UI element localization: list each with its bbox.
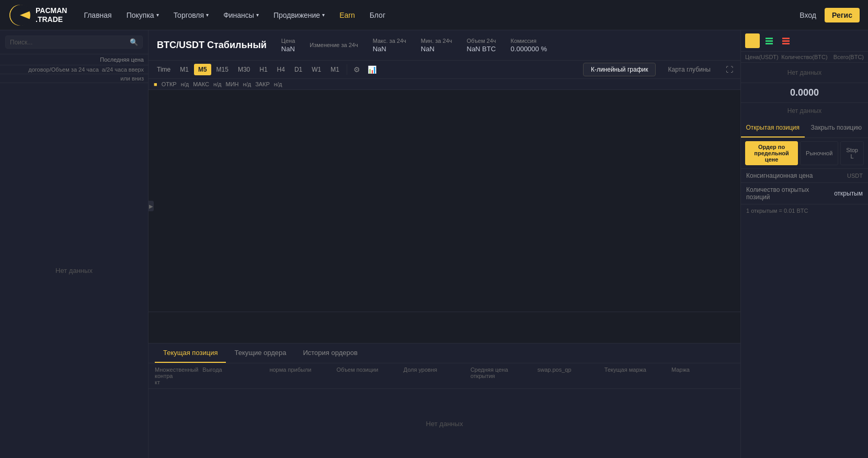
indicator-icon[interactable]: 📊 xyxy=(364,63,380,76)
ob-view-red[interactable] xyxy=(779,33,793,48)
chart-type-depth[interactable]: Карта глубины xyxy=(660,63,718,76)
quantity-row: Количество открытых позиций открытым xyxy=(741,183,868,204)
chart-ohlc: ■ ОТКР н/д МАКС н/д МИН н/д ЗАКР н/д xyxy=(149,79,740,90)
min-label: МИН xyxy=(226,81,239,87)
chart-toolbar: Time M1 M5 M15 M30 H1 H4 D1 W1 M1 ⚙ 📊 К-… xyxy=(149,61,740,79)
quantity-value: открытым xyxy=(834,190,863,197)
quantity-label: Количество открытых позиций xyxy=(746,186,834,201)
login-button[interactable]: Вход xyxy=(800,11,816,19)
col-change-label: а/24 часа вверх xyxy=(102,66,144,73)
ob-col-headers: Цена(USDT) Количество(BTC) Всего(BTC) xyxy=(741,52,868,63)
col-position-vol: Объем позиции xyxy=(336,367,399,385)
col-exit: Выгода xyxy=(202,367,265,385)
ohlc-square-icon: ■ xyxy=(154,81,157,87)
ob-yellow-icon xyxy=(748,37,757,45)
tab-current-position[interactable]: Текущая позиция xyxy=(155,344,226,363)
tf-m5[interactable]: M5 xyxy=(194,64,211,75)
col-swap: swap.pos_qp xyxy=(538,367,600,385)
open-value: н/д xyxy=(181,81,189,87)
svg-rect-10 xyxy=(782,43,790,44)
settings-icon[interactable]: ⚙ xyxy=(350,63,363,76)
order-type-row: Ордер по предельной цене Рыночной Stop L xyxy=(741,138,868,169)
nav-right: Вход Регис xyxy=(800,8,860,22)
order-form-tabs: Открытая позиция Закрыть позицию xyxy=(741,119,868,138)
commission-stat: Комиссия 0.000000 % xyxy=(511,38,547,53)
ob-view-yellow[interactable] xyxy=(745,33,760,48)
of-tab-close[interactable]: Закрыть позицию xyxy=(805,119,869,138)
tf-h1[interactable]: H1 xyxy=(255,64,271,75)
ob-view-green[interactable] xyxy=(762,33,776,48)
chart-type-candlestick[interactable]: К-линейный график xyxy=(583,63,656,76)
nav-home[interactable]: Главная xyxy=(84,11,111,19)
ob-col-price: Цена(USDT) xyxy=(745,54,781,60)
order-type-limit[interactable]: Ордер по предельной цене xyxy=(745,141,798,165)
sidebar-direction: или вниз xyxy=(0,74,148,83)
open-label: ОТКР xyxy=(162,81,177,87)
tf-w1[interactable]: W1 xyxy=(307,64,325,75)
chart-resize-handle[interactable]: ▶ xyxy=(149,201,154,211)
tf-h4[interactable]: H4 xyxy=(273,64,289,75)
nav-blog[interactable]: Блог xyxy=(370,11,385,19)
svg-rect-3 xyxy=(749,40,756,42)
col-level-share: Доля уровня xyxy=(404,367,466,385)
nav-promo[interactable]: Продвижение xyxy=(273,11,325,19)
ob-no-data-ask: Нет данных xyxy=(741,63,868,83)
col-volume-label: договор/Объем за 24 часа xyxy=(28,66,99,73)
tab-order-history[interactable]: История ордеров xyxy=(294,344,366,363)
svg-rect-4 xyxy=(749,43,756,44)
tf-m1[interactable]: M1 xyxy=(176,64,193,75)
volume-stat: Объем 24ч NaN BTC xyxy=(467,38,496,53)
tf-m30[interactable]: M30 xyxy=(234,64,254,75)
search-input-wrap[interactable]: 🔍 xyxy=(5,36,143,49)
ob-price-display: 0.0000 xyxy=(741,83,868,103)
sidebar-sub-cols: договор/Объем за 24 часа а/24 часа вверх xyxy=(0,65,148,74)
tf-m15[interactable]: M15 xyxy=(212,64,233,75)
ob-red-icon xyxy=(782,37,790,45)
order-type-stop[interactable]: Stop L xyxy=(840,141,864,165)
svg-rect-7 xyxy=(766,43,773,44)
orderbook-header xyxy=(741,30,868,52)
svg-rect-2 xyxy=(749,38,756,39)
search-input[interactable] xyxy=(10,39,130,46)
col-last-price: Последняя цена xyxy=(100,56,144,63)
col-current-margin: Текущая маржа xyxy=(604,367,667,385)
chart-body[interactable]: ▶ xyxy=(149,90,740,312)
order-type-market[interactable]: Рыночной xyxy=(800,141,838,165)
nav-buy[interactable]: Покупка xyxy=(127,11,159,19)
nav-trade[interactable]: Торговля xyxy=(174,11,209,19)
svg-rect-6 xyxy=(766,40,773,42)
sidebar: 🔍 Последняя цена договор/Объем за 24 час… xyxy=(0,30,149,458)
price-stat: Цена NaN xyxy=(281,38,295,53)
nav-earn[interactable]: Earn xyxy=(339,11,355,19)
ob-col-total: Всего(BTC) xyxy=(828,54,864,60)
consignment-currency: USDT xyxy=(847,173,863,179)
sidebar-col-labels: Последняя цена xyxy=(0,54,148,65)
quantity-val-text: открытым xyxy=(834,190,863,197)
svg-point-1 xyxy=(18,8,21,12)
tf-time[interactable]: Time xyxy=(153,64,175,75)
navbar: PACMAN .TRADE Главная Покупка Торговля Ф… xyxy=(0,0,868,30)
tf-m1b[interactable]: M1 xyxy=(326,64,344,75)
nav-items: Главная Покупка Торговля Финансы Продвиж… xyxy=(84,11,783,19)
main-layout: 🔍 Последняя цена договор/Объем за 24 час… xyxy=(0,30,868,458)
svg-rect-9 xyxy=(782,40,790,42)
order-footer-note: 1 открытым = 0.01 BTC xyxy=(741,204,868,217)
of-tab-open[interactable]: Открытая позиция xyxy=(741,119,805,138)
tab-current-orders[interactable]: Текущие ордера xyxy=(226,344,294,363)
bottom-table-header: Множественный контра кт Выгода норма при… xyxy=(149,363,740,389)
svg-rect-8 xyxy=(782,38,790,39)
sidebar-no-data: Нет данных xyxy=(0,83,148,458)
close-value: н/д xyxy=(274,81,282,87)
bottom-section: Текущая позиция Текущие ордера История о… xyxy=(149,343,740,458)
consignment-row: Консигнационная цена USDT xyxy=(741,169,868,183)
change-stat: Изменение за 24ч xyxy=(310,42,358,49)
logo[interactable]: PACMAN .TRADE xyxy=(8,4,67,27)
tf-d1[interactable]: D1 xyxy=(290,64,306,75)
sep1 xyxy=(347,64,347,75)
sub-chart xyxy=(149,312,740,343)
fullscreen-icon[interactable]: ⛶ xyxy=(723,63,736,76)
nav-finance[interactable]: Финансы xyxy=(223,11,259,19)
order-form: Открытая позиция Закрыть позицию Ордер п… xyxy=(741,119,868,458)
chart-container: Time M1 M5 M15 M30 H1 H4 D1 W1 M1 ⚙ 📊 К-… xyxy=(149,61,740,343)
register-button[interactable]: Регис xyxy=(825,8,860,22)
